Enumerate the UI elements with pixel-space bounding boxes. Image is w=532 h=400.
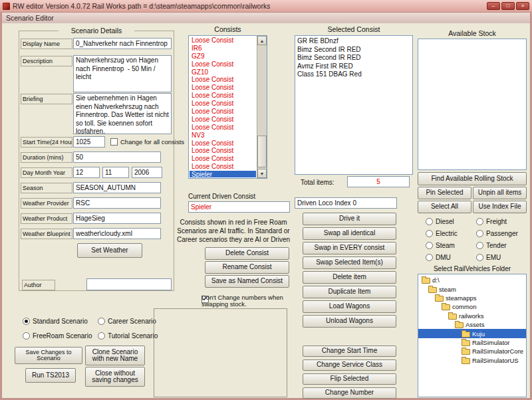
stock-filter-option[interactable]: DMU <box>426 254 476 261</box>
tree-item[interactable]: common <box>418 302 526 311</box>
set-weather-button[interactable]: Set Weather <box>77 243 142 258</box>
window-titlebar[interactable]: RW editor Version 4.0.72 Rail Works path… <box>0 0 532 12</box>
close-button[interactable]: × <box>516 2 529 10</box>
run-ts2013-button[interactable]: Run TS2013 <box>25 368 76 383</box>
consist-item[interactable]: Loose Consist <box>190 60 256 68</box>
consist-edit-button[interactable]: Change Number <box>303 387 396 399</box>
minimize-button[interactable]: – <box>487 2 500 10</box>
scenario-type-option[interactable]: Standard Scenario <box>23 318 98 325</box>
tree-item[interactable]: railworks <box>418 312 526 320</box>
consist-edit-button[interactable]: Change Service Class <box>303 359 396 371</box>
consists-title: Consists <box>188 25 267 33</box>
stock-filter-option[interactable]: Freight <box>476 218 527 225</box>
consist-item[interactable]: Loose Consist <box>190 37 256 45</box>
folder-tree[interactable]: d:\ steam steamapps common railworks Ass… <box>418 274 527 397</box>
stock-filter-option[interactable]: Electric <box>426 230 476 237</box>
selected-consist-item[interactable]: Class 151 DBAG Red <box>295 70 412 79</box>
scroll-thumb[interactable] <box>257 136 267 167</box>
stock-filter-option[interactable]: Passenger <box>476 230 527 237</box>
consist-action-button[interactable]: Load Wagons <box>303 300 396 313</box>
consist-item[interactable]: Loose Consist <box>190 84 256 92</box>
selected-consist-item[interactable]: Bimz Second IR RED <box>295 54 412 62</box>
save-changes-button[interactable]: Save Changes to Scenario <box>15 347 82 364</box>
consist-item[interactable]: Loose Consist <box>190 76 256 84</box>
consist-item[interactable]: Loose Consist <box>190 108 256 116</box>
selected-consist-list[interactable]: GR RE BDnzfBimz Second IR REDBimz Second… <box>295 35 413 175</box>
consist-item[interactable]: Loose Consist <box>190 155 256 163</box>
consist-item[interactable]: IR6 <box>190 45 256 52</box>
consist-action-button[interactable]: Delete item <box>303 271 396 284</box>
dialog-titlebar[interactable]: Scenario Editor <box>2 13 530 23</box>
consist-edit-button[interactable]: Change Start Time <box>303 346 396 357</box>
consist-item[interactable]: Loose Consist <box>190 147 256 155</box>
consist-item[interactable]: NV3 <box>190 132 256 140</box>
change-all-consists-checkbox[interactable] <box>110 138 118 146</box>
selected-consist-item[interactable]: Bimz Second IR RED <box>295 46 412 54</box>
scroll-up-icon[interactable]: ▲ <box>257 36 267 45</box>
consist-action-button[interactable]: Duplicate Item <box>303 286 396 298</box>
tree-item[interactable]: d:\ <box>418 276 526 284</box>
tree-item[interactable]: RailSimulator <box>418 338 526 347</box>
selected-consist-item[interactable]: Avmz First IR RED <box>295 62 412 71</box>
consist-item[interactable]: Loose Consist <box>190 92 256 100</box>
scenario-type-option[interactable]: FreeRoam Scenario <box>23 332 98 340</box>
stock-button[interactable]: Pin Selected <box>418 187 471 199</box>
consists-scrollbar[interactable]: ▲ ▼ <box>257 36 267 178</box>
tree-item[interactable]: RailSimulatorCore <box>418 347 526 355</box>
stock-button[interactable]: Use Index File <box>473 201 527 213</box>
consist-action-button[interactable]: Drive it <box>303 213 396 225</box>
consist-action-button[interactable]: Swap all identical <box>303 227 396 240</box>
consists-action-button[interactable]: Rename Consist <box>205 261 289 274</box>
consist-item[interactable]: Loose Consist <box>190 116 256 124</box>
close-without-saving-button[interactable]: Close without saving changes <box>85 367 145 387</box>
weather-blueprint-input[interactable] <box>73 228 161 239</box>
day-input[interactable] <box>73 167 100 178</box>
available-stock-list[interactable] <box>418 39 527 170</box>
consists-list[interactable]: Loose ConsistIR6GZ9Loose ConsistGZ10Loos… <box>188 35 267 179</box>
consist-item[interactable]: GZ10 <box>190 68 256 76</box>
scroll-down-icon[interactable]: ▼ <box>257 169 267 178</box>
find-rolling-stock-button[interactable]: Find Available Rolling Stock <box>418 172 527 185</box>
tree-item[interactable]: Assets <box>418 320 526 329</box>
stock-button[interactable]: Select All <box>418 201 471 213</box>
tree-item[interactable]: steam <box>418 284 526 293</box>
stock-filter-option[interactable]: Tender <box>476 242 527 249</box>
maximize-button[interactable]: □ <box>501 2 515 10</box>
tree-item[interactable]: RailSimulatorUS <box>418 356 526 365</box>
duration-input[interactable] <box>73 151 161 163</box>
consists-action-button[interactable]: Delete Consist <box>205 247 289 260</box>
month-input[interactable] <box>102 167 129 178</box>
tree-item[interactable]: Kuju <box>418 329 526 338</box>
consist-action-button[interactable]: Swap in EVERY consist <box>303 242 396 254</box>
radio-icon <box>23 332 30 340</box>
weather-provider-input[interactable] <box>73 197 161 209</box>
tree-item[interactable]: steamapps <box>418 294 526 302</box>
consist-item[interactable]: Spieler <box>190 171 256 177</box>
stock-button[interactable]: Unpin all items <box>473 187 527 199</box>
consist-item[interactable]: Loose Consist <box>190 163 256 171</box>
consist-item[interactable]: GZ9 <box>190 52 256 60</box>
clone-scenario-button[interactable]: Clone Scenario with new Name <box>85 346 145 365</box>
author-input[interactable] <box>86 278 172 290</box>
consist-item[interactable]: Loose Consist <box>190 100 256 108</box>
rw-editor-window: RW editor Version 4.0.72 Rail Works path… <box>0 0 532 400</box>
start-time-input[interactable] <box>73 136 105 148</box>
consist-action-button[interactable]: Unload Wagons <box>303 315 396 328</box>
consists-action-button[interactable]: Save as Named Consist <box>205 275 289 288</box>
year-input[interactable] <box>132 167 162 178</box>
driven-loco-index-field[interactable] <box>295 197 397 209</box>
consist-action-button[interactable]: Swap Selected Item(s) <box>303 256 396 269</box>
description-input[interactable]: Nahverkehrszug von Hagen nach Finnentrop… <box>73 55 172 92</box>
briefing-input[interactable]: Sie uebernehmen in Hagen einen Nahverkeh… <box>73 93 172 134</box>
season-input[interactable] <box>73 182 161 193</box>
consist-item[interactable]: Loose Consist <box>190 124 256 132</box>
display-name-input[interactable] <box>73 38 172 49</box>
consist-edit-button[interactable]: Flip Selected <box>303 373 396 385</box>
selected-consist-item[interactable]: GR RE BDnzf <box>295 37 412 46</box>
stock-filter-option[interactable]: EMU <box>476 254 527 261</box>
consist-item[interactable]: Loose Consist <box>190 140 256 148</box>
weather-product-input[interactable] <box>73 213 161 224</box>
current-driven-consist-field[interactable] <box>188 201 290 213</box>
stock-filter-option[interactable]: Steam <box>426 242 476 249</box>
stock-filter-option[interactable]: Diesel <box>426 218 476 225</box>
